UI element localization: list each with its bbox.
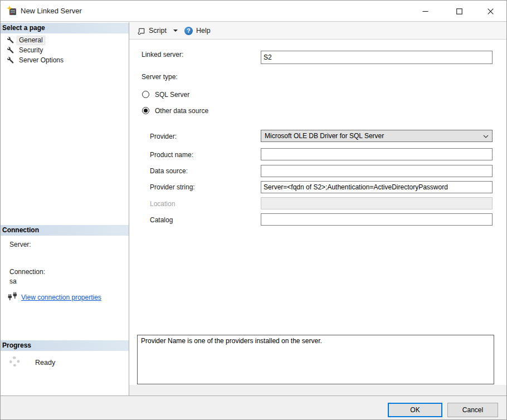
minimize-button[interactable] — [412, 1, 438, 22]
sidebar-item-general[interactable]: General — [1, 35, 129, 45]
provider-string-input[interactable] — [261, 181, 493, 193]
sidebar-item-label: General — [17, 36, 45, 45]
catalog-label: Catalog — [150, 216, 173, 224]
provider-label: Provider: — [150, 133, 177, 140]
general-page-content: Linked server: Server type: SQL Server O… — [129, 40, 507, 385]
help-button[interactable]: ? Help — [184, 27, 211, 35]
view-connection-properties-link[interactable]: View connection properties — [21, 294, 101, 301]
ok-button[interactable]: OK — [388, 403, 442, 417]
script-button[interactable]: Script — [137, 27, 167, 35]
catalog-input[interactable] — [261, 213, 493, 226]
linked-server-input[interactable] — [261, 51, 493, 64]
chevron-down-icon — [483, 132, 489, 140]
script-label: Script — [149, 27, 167, 35]
help-label: Help — [196, 27, 211, 35]
wrench-icon — [7, 47, 14, 54]
title-bar: New Linked Server — [1, 1, 506, 22]
dialog-footer: OK Cancel — [1, 395, 506, 420]
data-source-input[interactable] — [261, 165, 493, 177]
progress-header: Progress — [1, 340, 129, 351]
new-linked-server-dialog: New Linked Server Select a page General … — [0, 0, 507, 420]
script-dropdown-caret-icon[interactable] — [173, 30, 178, 32]
window-title: New Linked Server — [21, 7, 82, 15]
sidebar-item-label: Server Options — [17, 56, 65, 65]
sidebar: Select a page General Security Server Op… — [1, 22, 129, 395]
linked-server-label: Linked server: — [142, 51, 183, 58]
cancel-button[interactable]: Cancel — [447, 403, 498, 417]
wrench-icon — [7, 57, 14, 64]
connection-label: Connection: — [9, 268, 45, 276]
view-connection-properties-row: View connection properties — [8, 292, 101, 303]
provider-dropdown[interactable]: Microsoft OLE DB Driver for SQL Server — [261, 130, 493, 142]
other-data-source-radio[interactable] — [142, 107, 149, 114]
wrench-icon — [7, 37, 14, 44]
sql-server-radio-label[interactable]: SQL Server — [155, 91, 189, 99]
product-name-input[interactable] — [261, 148, 493, 160]
maximize-button[interactable] — [446, 1, 472, 22]
script-icon — [137, 27, 145, 35]
dialog-toolbar: Script ? Help — [129, 22, 507, 40]
data-source-label: Data source: — [150, 167, 188, 175]
sidebar-item-server-options[interactable]: Server Options — [1, 55, 129, 65]
server-type-label: Server type: — [142, 73, 178, 81]
other-data-source-radio-label[interactable]: Other data source — [155, 107, 208, 115]
connection-properties-icon — [8, 292, 17, 303]
connection-header: Connection — [1, 225, 129, 236]
provider-help-text: Provider Name is one of the providers in… — [137, 335, 494, 384]
provider-selected-value: Microsoft OLE DB Driver for SQL Server — [265, 132, 483, 140]
sql-server-radio[interactable] — [142, 91, 149, 98]
provider-string-label: Provider string: — [150, 183, 195, 191]
connection-server-label: Server: — [9, 241, 31, 248]
new-linked-server-icon — [7, 6, 18, 17]
help-icon: ? — [184, 27, 193, 35]
select-a-page-header: Select a page — [1, 23, 129, 33]
location-input — [261, 197, 493, 209]
connection-user-value: sa — [9, 277, 17, 285]
progress-spinner-icon — [9, 356, 20, 367]
sidebar-item-label: Security — [17, 46, 45, 55]
progress-status: Ready — [35, 359, 55, 367]
location-label: Location — [150, 200, 175, 208]
product-name-label: Product name: — [150, 151, 193, 159]
close-button[interactable] — [477, 1, 503, 22]
sidebar-item-security[interactable]: Security — [1, 45, 129, 55]
